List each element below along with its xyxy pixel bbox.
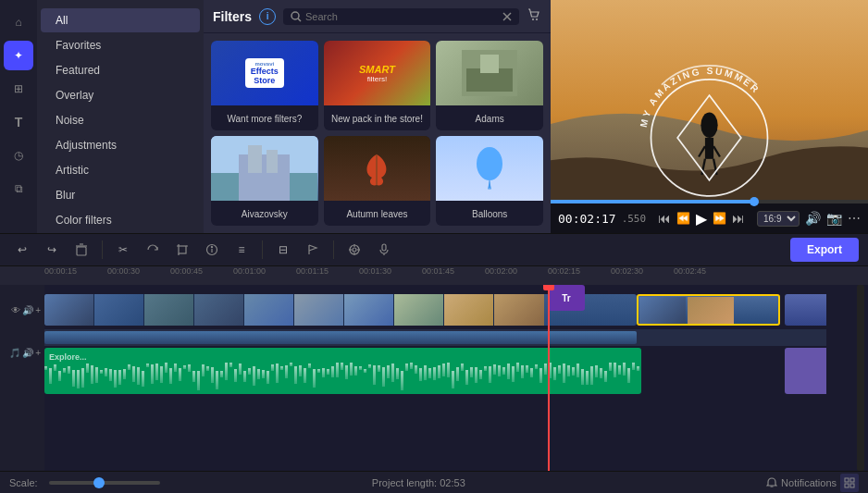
- svg-rect-99: [290, 363, 292, 366]
- svg-rect-58: [100, 370, 103, 374]
- selected-thumb-2: [688, 297, 734, 325]
- play-btn[interactable]: ▶: [696, 210, 707, 228]
- svg-rect-143: [493, 364, 496, 375]
- track-visibility-icon[interactable]: 👁: [11, 305, 20, 315]
- effects-store-label: Want more filters?: [211, 105, 318, 130]
- volume-icon[interactable]: 🔊: [805, 211, 821, 226]
- cut-button[interactable]: ✂: [110, 237, 136, 263]
- svg-rect-117: [373, 365, 376, 385]
- svg-rect-101: [299, 365, 302, 376]
- filter-item-all[interactable]: All: [41, 8, 200, 32]
- svg-rect-102: [304, 368, 306, 383]
- video-thumb-5: [244, 294, 294, 326]
- filters-info-icon[interactable]: i: [259, 8, 276, 25]
- more-icon[interactable]: ⋯: [848, 211, 861, 226]
- filter-item-color-filters[interactable]: Color filters: [41, 208, 200, 232]
- list-button[interactable]: ≡: [229, 237, 254, 263]
- ruler-mark-5: 00:01:30: [359, 266, 391, 276]
- autumn-preview: [324, 136, 431, 201]
- track-add-icon[interactable]: +: [35, 305, 41, 315]
- snapshot-icon[interactable]: 📷: [826, 211, 842, 226]
- svg-rect-54: [81, 368, 84, 388]
- svg-rect-154: [544, 364, 547, 375]
- svg-rect-173: [632, 363, 635, 370]
- audio-track-1-add[interactable]: +: [35, 348, 41, 358]
- smart-preview: SMART filters!: [324, 41, 431, 105]
- timeline-settings-button[interactable]: [840, 474, 859, 492]
- cart-icon[interactable]: [527, 7, 541, 25]
- flag-button[interactable]: [300, 237, 326, 263]
- ruler-mark-0: 00:00:15: [44, 266, 77, 276]
- svg-rect-12: [248, 145, 262, 173]
- export-button[interactable]: Export: [790, 238, 859, 262]
- filter-card-aivazovsky[interactable]: Aivazovsky: [211, 136, 318, 226]
- timeline-content: 👁 🔊 + 🎵 🔊 +: [0, 285, 868, 471]
- filter-card-effects-store[interactable]: movavi EffectsStore Want more filters?: [211, 41, 318, 130]
- filter-item-overlay[interactable]: Overlay: [41, 83, 200, 107]
- audio-track-1-icon[interactable]: 🎵: [9, 348, 20, 358]
- svg-rect-167: [604, 371, 607, 382]
- svg-rect-8: [480, 55, 499, 73]
- video-thumb-4: [194, 294, 244, 326]
- sidebar-icon-media[interactable]: ⊞: [4, 74, 33, 104]
- audio-clip-2[interactable]: [785, 348, 826, 394]
- svg-rect-108: [331, 366, 334, 377]
- audio-clip-1[interactable]: Explore...: [44, 348, 641, 394]
- svg-rect-76: [183, 365, 186, 369]
- sidebar-icon-transitions[interactable]: ⧉: [4, 174, 33, 203]
- target-button[interactable]: [341, 237, 367, 263]
- filter-card-smart[interactable]: SMART filters! New pack in the store!: [324, 41, 431, 130]
- svg-rect-118: [378, 365, 380, 372]
- clear-search-icon[interactable]: [502, 12, 512, 21]
- sidebar-icon-time[interactable]: ◷: [4, 141, 33, 170]
- filter-card-adams[interactable]: Adams: [436, 41, 543, 130]
- bookmark-button[interactable]: ⊟: [270, 237, 296, 263]
- project-length-value: 02:53: [440, 477, 465, 488]
- info-button[interactable]: [199, 237, 225, 263]
- svg-rect-60: [109, 369, 112, 381]
- scale-thumb[interactable]: [93, 477, 105, 488]
- filter-card-balloons[interactable]: Balloons: [436, 136, 543, 226]
- aivazovsky-preview: [211, 136, 318, 201]
- skip-end-btn[interactable]: ⏭: [732, 211, 745, 226]
- svg-rect-104: [313, 369, 316, 388]
- search-input[interactable]: [305, 11, 499, 22]
- rotate-button[interactable]: [140, 237, 166, 263]
- svg-rect-78: [192, 371, 195, 382]
- audio-track-1-vol[interactable]: 🔊: [22, 348, 33, 358]
- redo-button[interactable]: ↪: [39, 237, 65, 263]
- filter-item-noise[interactable]: Noise: [41, 108, 200, 132]
- filter-item-adjustments[interactable]: Adjustments: [41, 133, 200, 157]
- app-container: ⌂ ✦ ⊞ T ◷ ⧉ All Favorites Featured Overl…: [0, 0, 868, 493]
- step-fwd-btn[interactable]: ⏩: [713, 212, 726, 225]
- track-audio-icon[interactable]: 🔊: [22, 305, 33, 315]
- filter-item-favorites[interactable]: Favorites: [41, 33, 200, 57]
- sidebar-icon-effects[interactable]: ✦: [4, 41, 33, 70]
- svg-rect-147: [512, 366, 515, 382]
- step-back-btn[interactable]: ⏪: [676, 212, 690, 225]
- scale-slider[interactable]: [49, 481, 160, 485]
- video-clip-3[interactable]: [785, 294, 826, 326]
- scale-label: Scale:: [9, 477, 38, 488]
- filter-card-autumn[interactable]: Autumn leaves: [324, 136, 431, 226]
- skip-start-btn[interactable]: ⏮: [658, 211, 671, 226]
- crop-button[interactable]: [169, 237, 195, 263]
- sidebar-icon-text[interactable]: T: [4, 107, 33, 137]
- filter-item-blur[interactable]: Blur: [41, 183, 200, 207]
- filter-item-artistic[interactable]: Artistic: [41, 158, 200, 182]
- svg-rect-105: [317, 369, 320, 373]
- svg-rect-152: [535, 364, 538, 369]
- ruler-mark-10: 00:02:45: [674, 266, 706, 276]
- delete-button[interactable]: [68, 237, 94, 263]
- svg-rect-59: [105, 368, 107, 376]
- undo-button[interactable]: ↩: [9, 237, 35, 263]
- notifications-button[interactable]: Notifications: [766, 477, 837, 488]
- svg-rect-67: [142, 371, 144, 387]
- video-clip-selected[interactable]: [637, 294, 780, 326]
- balloons-preview: [436, 136, 543, 201]
- filter-item-featured[interactable]: Featured: [41, 58, 200, 82]
- sidebar-icon-home[interactable]: ⌂: [4, 7, 33, 37]
- aspect-ratio-select[interactable]: 16:9 4:3 1:1: [757, 211, 800, 227]
- svg-rect-93: [262, 370, 265, 378]
- mic-button[interactable]: [371, 237, 397, 263]
